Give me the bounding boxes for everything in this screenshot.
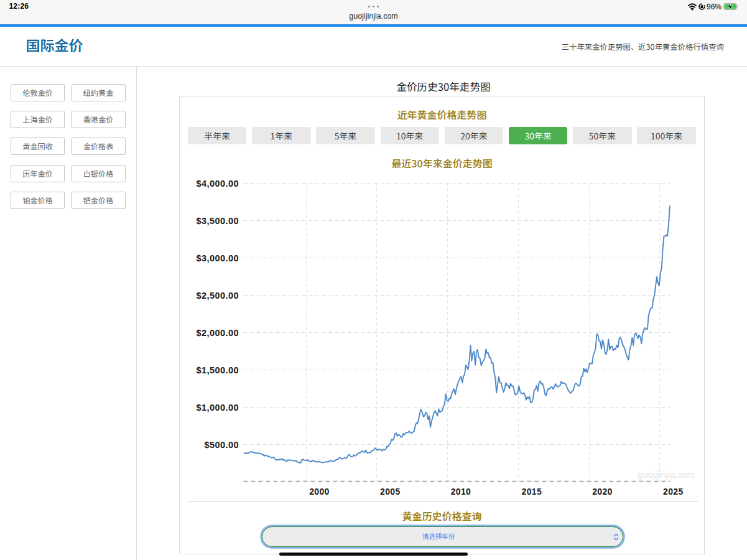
svg-text:2000: 2000 [309, 487, 330, 497]
svg-text:$1,000.00: $1,000.00 [196, 403, 239, 413]
svg-text:2020: 2020 [592, 487, 613, 497]
svg-text:$3,000.00: $3,000.00 [196, 253, 239, 263]
svg-text:$2,000.00: $2,000.00 [196, 328, 239, 338]
svg-text:$4,000.00: $4,000.00 [196, 179, 239, 189]
svg-text:2005: 2005 [380, 487, 401, 497]
svg-text:guojijinjia.com: guojijinjia.com [638, 470, 695, 480]
svg-text:$1,500.00: $1,500.00 [196, 365, 239, 375]
svg-text:2010: 2010 [451, 487, 471, 497]
svg-text:2025: 2025 [663, 487, 684, 497]
svg-text:$2,500.00: $2,500.00 [196, 291, 239, 301]
svg-text:$500.00: $500.00 [204, 440, 239, 450]
svg-text:2015: 2015 [522, 487, 542, 497]
svg-text:$3,500.00: $3,500.00 [196, 216, 239, 226]
